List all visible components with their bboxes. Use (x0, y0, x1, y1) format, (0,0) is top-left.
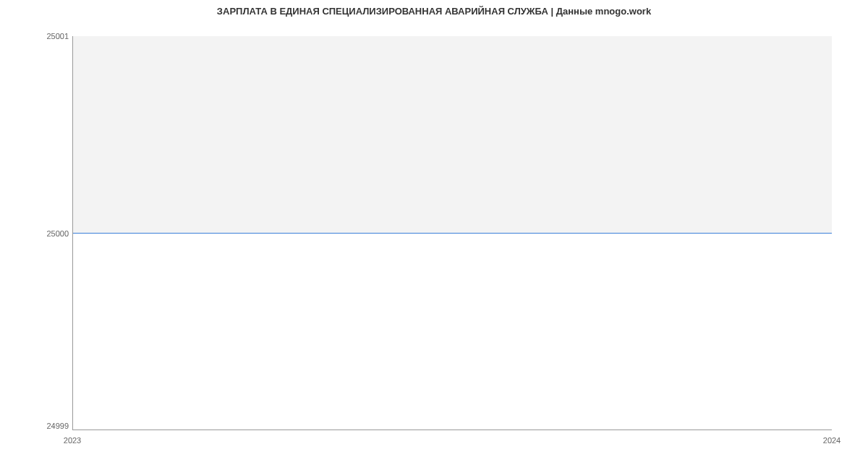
chart-title: ЗАРПЛАТА В ЕДИНАЯ СПЕЦИАЛИЗИРОВАННАЯ АВА… (0, 6, 868, 17)
x-axis-tick-right: 2024 (823, 436, 841, 445)
y-axis-tick-bot: 24999 (33, 422, 69, 430)
y-axis-tick-top: 25001 (33, 32, 69, 40)
x-axis-tick-left: 2023 (64, 436, 81, 445)
plot-area (72, 36, 832, 430)
salary-chart: ЗАРПЛАТА В ЕДИНАЯ СПЕЦИАЛИЗИРОВАННАЯ АВА… (0, 0, 868, 470)
plot-background-upper (73, 36, 832, 233)
y-axis-tick-mid: 25000 (33, 229, 69, 238)
data-series-line (73, 233, 832, 234)
